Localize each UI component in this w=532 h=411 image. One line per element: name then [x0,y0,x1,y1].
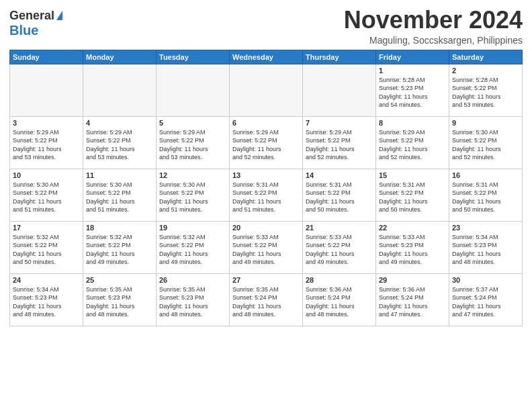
day-info: Sunrise: 5:36 AM Sunset: 5:24 PM Dayligh… [379,285,446,319]
day-info: Sunrise: 5:29 AM Sunset: 5:22 PM Dayligh… [86,128,153,162]
day-info: Sunrise: 5:33 AM Sunset: 5:22 PM Dayligh… [306,233,373,267]
day-info: Sunrise: 5:29 AM Sunset: 5:22 PM Dayligh… [306,128,373,162]
week-row-5: 24Sunrise: 5:34 AM Sunset: 5:23 PM Dayli… [10,273,523,326]
day-cell-5: 5Sunrise: 5:29 AM Sunset: 5:22 PM Daylig… [157,116,230,169]
day-cell-2: 2Sunrise: 5:28 AM Sunset: 5:22 PM Daylig… [449,64,523,116]
day-cell-13: 13Sunrise: 5:31 AM Sunset: 5:22 PM Dayli… [230,169,303,221]
day-cell-26: 26Sunrise: 5:35 AM Sunset: 5:23 PM Dayli… [157,273,230,326]
day-number: 16 [452,171,519,179]
empty-cell [230,64,303,116]
day-number: 4 [86,119,153,127]
logo: General Blue [9,9,62,38]
day-number: 17 [13,224,80,232]
location: Maguling, Soccsksargen, Philippines [344,35,523,46]
day-number: 19 [159,224,226,232]
day-number: 30 [452,276,519,284]
day-cell-15: 15Sunrise: 5:31 AM Sunset: 5:22 PM Dayli… [376,169,449,221]
weekday-header-tuesday: Tuesday [157,50,230,64]
day-info: Sunrise: 5:30 AM Sunset: 5:22 PM Dayligh… [452,128,519,162]
weekday-header-sunday: Sunday [10,50,83,64]
empty-cell [83,64,157,116]
week-row-4: 17Sunrise: 5:32 AM Sunset: 5:22 PM Dayli… [10,221,523,273]
day-number: 26 [159,276,226,284]
day-info: Sunrise: 5:37 AM Sunset: 5:24 PM Dayligh… [452,285,519,319]
day-info: Sunrise: 5:36 AM Sunset: 5:24 PM Dayligh… [306,285,373,319]
day-number: 25 [86,276,153,284]
day-cell-19: 19Sunrise: 5:32 AM Sunset: 5:22 PM Dayli… [157,221,230,273]
day-cell-17: 17Sunrise: 5:32 AM Sunset: 5:22 PM Dayli… [10,221,83,273]
day-cell-16: 16Sunrise: 5:31 AM Sunset: 5:22 PM Dayli… [449,169,523,221]
weekday-header-monday: Monday [83,50,157,64]
day-cell-14: 14Sunrise: 5:31 AM Sunset: 5:22 PM Dayli… [303,169,376,221]
day-info: Sunrise: 5:31 AM Sunset: 5:22 PM Dayligh… [306,181,373,214]
day-number: 21 [306,224,373,232]
week-row-2: 3Sunrise: 5:29 AM Sunset: 5:22 PM Daylig… [10,116,523,169]
weekday-header-saturday: Saturday [449,50,523,64]
day-info: Sunrise: 5:33 AM Sunset: 5:23 PM Dayligh… [379,233,446,267]
weekday-header-thursday: Thursday [303,50,376,64]
day-cell-1: 1Sunrise: 5:28 AM Sunset: 5:23 PM Daylig… [376,64,449,116]
month-title: November 2024 [344,7,523,34]
day-cell-23: 23Sunrise: 5:34 AM Sunset: 5:23 PM Dayli… [449,221,523,273]
day-info: Sunrise: 5:31 AM Sunset: 5:22 PM Dayligh… [452,181,519,214]
day-info: Sunrise: 5:29 AM Sunset: 5:22 PM Dayligh… [13,128,80,162]
day-number: 10 [13,171,80,179]
header: General Blue November 2024 Maguling, Soc… [9,7,523,46]
weekday-header-row: SundayMondayTuesdayWednesdayThursdayFrid… [10,50,523,64]
day-info: Sunrise: 5:31 AM Sunset: 5:22 PM Dayligh… [379,181,446,214]
day-cell-20: 20Sunrise: 5:33 AM Sunset: 5:22 PM Dayli… [230,221,303,273]
weekday-header-wednesday: Wednesday [230,50,303,64]
day-number: 11 [86,171,153,179]
day-cell-8: 8Sunrise: 5:29 AM Sunset: 5:22 PM Daylig… [376,116,449,169]
day-info: Sunrise: 5:35 AM Sunset: 5:24 PM Dayligh… [232,285,300,319]
day-number: 3 [13,119,80,127]
day-cell-24: 24Sunrise: 5:34 AM Sunset: 5:23 PM Dayli… [10,273,83,326]
day-number: 22 [379,224,446,232]
day-cell-27: 27Sunrise: 5:35 AM Sunset: 5:24 PM Dayli… [230,273,303,326]
page-container: General Blue November 2024 Maguling, Soc… [0,0,532,330]
empty-cell [157,64,230,116]
day-info: Sunrise: 5:34 AM Sunset: 5:23 PM Dayligh… [452,233,519,267]
day-cell-18: 18Sunrise: 5:32 AM Sunset: 5:22 PM Dayli… [83,221,157,273]
day-info: Sunrise: 5:29 AM Sunset: 5:22 PM Dayligh… [159,128,226,162]
day-info: Sunrise: 5:32 AM Sunset: 5:22 PM Dayligh… [86,233,153,267]
empty-cell [10,64,83,116]
day-info: Sunrise: 5:35 AM Sunset: 5:23 PM Dayligh… [159,285,226,319]
day-number: 12 [159,171,226,179]
day-number: 9 [452,119,519,127]
day-number: 28 [306,276,373,284]
day-cell-6: 6Sunrise: 5:29 AM Sunset: 5:22 PM Daylig… [230,116,303,169]
day-cell-3: 3Sunrise: 5:29 AM Sunset: 5:22 PM Daylig… [10,116,83,169]
day-info: Sunrise: 5:29 AM Sunset: 5:22 PM Dayligh… [232,128,300,162]
weekday-header-friday: Friday [376,50,449,64]
day-info: Sunrise: 5:33 AM Sunset: 5:22 PM Dayligh… [232,233,300,267]
title-section: November 2024 Maguling, Soccsksargen, Ph… [344,7,523,46]
day-number: 7 [306,119,373,127]
day-number: 29 [379,276,446,284]
empty-cell [303,64,376,116]
day-cell-29: 29Sunrise: 5:36 AM Sunset: 5:24 PM Dayli… [376,273,449,326]
day-info: Sunrise: 5:35 AM Sunset: 5:23 PM Dayligh… [86,285,153,319]
day-number: 20 [232,224,300,232]
day-info: Sunrise: 5:31 AM Sunset: 5:22 PM Dayligh… [232,181,300,214]
day-info: Sunrise: 5:29 AM Sunset: 5:22 PM Dayligh… [379,128,446,162]
logo-blue-text: Blue [9,23,38,38]
day-number: 6 [232,119,300,127]
day-cell-11: 11Sunrise: 5:30 AM Sunset: 5:22 PM Dayli… [83,169,157,221]
day-number: 27 [232,276,300,284]
day-number: 13 [232,171,300,179]
day-info: Sunrise: 5:30 AM Sunset: 5:22 PM Dayligh… [86,181,153,214]
day-info: Sunrise: 5:32 AM Sunset: 5:22 PM Dayligh… [159,233,226,267]
day-number: 24 [13,276,80,284]
calendar-table: SundayMondayTuesdayWednesdayThursdayFrid… [9,50,523,326]
day-cell-21: 21Sunrise: 5:33 AM Sunset: 5:22 PM Dayli… [303,221,376,273]
day-cell-12: 12Sunrise: 5:30 AM Sunset: 5:22 PM Dayli… [157,169,230,221]
logo-text: General [9,9,54,23]
day-number: 23 [452,224,519,232]
logo-triangle-icon [56,11,62,20]
day-cell-9: 9Sunrise: 5:30 AM Sunset: 5:22 PM Daylig… [449,116,523,169]
day-info: Sunrise: 5:34 AM Sunset: 5:23 PM Dayligh… [13,285,80,319]
day-info: Sunrise: 5:28 AM Sunset: 5:23 PM Dayligh… [379,76,446,109]
day-cell-10: 10Sunrise: 5:30 AM Sunset: 5:22 PM Dayli… [10,169,83,221]
day-info: Sunrise: 5:30 AM Sunset: 5:22 PM Dayligh… [13,181,80,214]
